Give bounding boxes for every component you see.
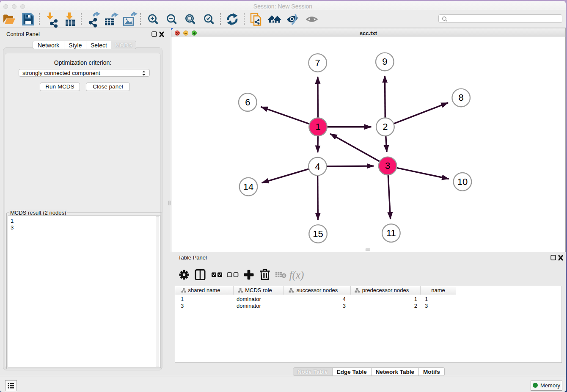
svg-text:11: 11 (386, 228, 396, 238)
svg-text:2: 2 (383, 121, 388, 132)
svg-text:7: 7 (315, 58, 320, 68)
svg-text:4: 4 (315, 161, 320, 172)
svg-text:f(x): f(x) (289, 269, 304, 281)
svg-text:3: 3 (385, 160, 390, 171)
svg-text:8: 8 (459, 92, 464, 103)
svg-text:6: 6 (245, 97, 250, 108)
svg-text:9: 9 (382, 56, 387, 67)
svg-text:10: 10 (457, 177, 468, 187)
svg-text:1: 1 (315, 121, 320, 132)
svg-text:14: 14 (243, 182, 253, 192)
svg-text:15: 15 (313, 229, 323, 239)
